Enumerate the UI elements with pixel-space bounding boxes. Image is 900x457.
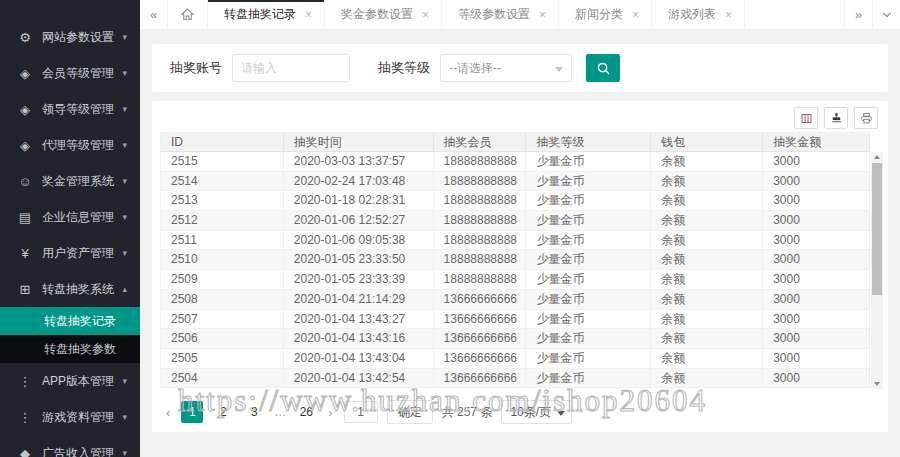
scroll-up-arrow[interactable]: [871, 152, 883, 162]
tabbar-spacer: [745, 0, 844, 29]
close-icon[interactable]: ×: [422, 9, 429, 21]
sidebar-item-lottery-params[interactable]: 转盘抽奖参数: [0, 335, 140, 363]
tab-label: 游戏列表: [668, 6, 716, 23]
page-number-2[interactable]: 2: [212, 401, 234, 423]
sidebar-item-game-data[interactable]: ⋮ 游戏资料管理 ▾: [0, 399, 140, 435]
table-row: 25132020-01-18 02:28:3118888888888少量金币余额…: [161, 191, 870, 211]
sidebar-item-agent-level[interactable]: ◈ 代理等级管理 ▾: [0, 127, 140, 163]
print-button[interactable]: [854, 107, 878, 129]
component-icon: ⊞: [17, 282, 33, 297]
dots-vertical-icon: ⋮: [17, 410, 33, 425]
close-icon[interactable]: ×: [305, 9, 312, 21]
sidebar-item-label: 企业信息管理: [42, 209, 118, 226]
sidebar-item-company-info[interactable]: ▤ 企业信息管理 ▾: [0, 199, 140, 235]
chevron-down-icon: ▾: [122, 212, 127, 222]
next-page-button[interactable]: ›: [326, 405, 334, 420]
page-jump-input[interactable]: [344, 401, 378, 423]
column-header: 钱包: [651, 133, 763, 152]
tab-label: 新闻分类: [575, 6, 623, 23]
table-body: 25152020-03-03 13:37:5718888888888少量金币余额…: [160, 152, 870, 388]
tab-level-params[interactable]: 等级参数设置 ×: [442, 0, 559, 29]
sidebar: ⚙ 网站参数设置 ▾ ◈ 会员等级管理 ▾ ◈ 领导等级管理 ▾ ◈ 代理等级管…: [0, 0, 140, 457]
sidebar-item-user-assets[interactable]: ¥ 用户资产管理 ▾: [0, 235, 140, 271]
tab-game-list[interactable]: 游戏列表 ×: [652, 0, 745, 29]
page-ellipsis: …: [274, 405, 286, 419]
table-row: 25122020-01-06 12:52:2718888888888少量金币余额…: [161, 211, 870, 231]
page-jump-confirm-button[interactable]: 确定: [387, 400, 433, 424]
chevron-down-icon: [881, 9, 893, 21]
column-header: 抽奖时间: [284, 133, 434, 152]
chevron-down-icon: [557, 411, 565, 416]
diamond-icon: ◈: [17, 66, 33, 81]
account-label: 抽奖账号: [170, 59, 222, 77]
table-row: 25102020-01-05 23:33:5018888888888少量金币余额…: [161, 250, 870, 270]
table-scrollbar[interactable]: [871, 152, 883, 389]
page-number-1[interactable]: 1: [181, 401, 203, 423]
page-size-value: 10条/页: [510, 404, 551, 421]
sidebar-item-label: 会员等级管理: [42, 65, 118, 82]
tab-label: 奖金参数设置: [341, 6, 413, 23]
sidebar-item-lottery-records[interactable]: 转盘抽奖记录: [0, 307, 140, 335]
sidebar-item-label: 转盘抽奖系统: [42, 281, 118, 298]
chevron-down-icon: ▾: [122, 32, 127, 42]
close-icon[interactable]: ×: [725, 9, 732, 21]
tab-bonus-params[interactable]: 奖金参数设置 ×: [325, 0, 442, 29]
expand-tabs-button[interactable]: »: [844, 0, 872, 29]
sidebar-item-lottery-system[interactable]: ⊞ 转盘抽奖系统 ▴: [0, 271, 140, 307]
table-row: 25112020-01-06 09:05:3818888888888少量金币余额…: [161, 231, 870, 251]
level-label: 抽奖等级: [378, 59, 430, 77]
table-row: 25142020-02-24 17:03:4818888888888少量金币余额…: [161, 172, 870, 192]
account-input[interactable]: [232, 54, 350, 82]
dots-vertical-icon: ⋮: [17, 374, 33, 389]
table-row: 25152020-03-03 13:37:5718888888888少量金币余额…: [161, 152, 870, 172]
diamond-icon: ◈: [17, 102, 33, 117]
sidebar-item-site-params[interactable]: ⚙ 网站参数设置 ▾: [0, 19, 140, 55]
chevron-down-icon: ▾: [122, 412, 127, 422]
sidebar-item-label: 网站参数设置: [42, 29, 118, 46]
sidebar-item-label: 广告收入管理: [42, 445, 118, 457]
pagination: ‹ 1 2 3 … 26 › 确定 共 257 条 10条/页: [160, 400, 884, 424]
export-button[interactable]: [824, 107, 848, 129]
sidebar-item-leader-level[interactable]: ◈ 领导等级管理 ▾: [0, 91, 140, 127]
sidebar-item-ad-income[interactable]: ◆ 广告收入管理 ▾: [0, 435, 140, 457]
column-header: 抽奖会员: [434, 133, 527, 152]
page-number-3[interactable]: 3: [243, 401, 265, 423]
scroll-down-arrow[interactable]: [871, 379, 883, 389]
admin-app: ⚙ 网站参数设置 ▾ ◈ 会员等级管理 ▾ ◈ 领导等级管理 ▾ ◈ 代理等级管…: [0, 0, 900, 457]
sidebar-item-bonus-system[interactable]: ☺ 奖金管理系统 ▾: [0, 163, 140, 199]
tab-news-category[interactable]: 新闻分类 ×: [559, 0, 652, 29]
sidebar-item-app-version[interactable]: ⋮ APP版本管理 ▾: [0, 363, 140, 399]
diamond-icon: ◈: [17, 138, 33, 153]
scrollbar-thumb[interactable]: [872, 163, 882, 295]
home-tab[interactable]: [168, 0, 208, 29]
table-toolbar: [160, 107, 884, 129]
total-count-label: 共 257 条: [442, 404, 493, 421]
chevron-up-icon: ▴: [122, 284, 127, 294]
collapse-tabs-button[interactable]: «: [140, 0, 168, 29]
search-button[interactable]: [586, 54, 620, 82]
page-number-last[interactable]: 26: [295, 401, 317, 423]
table-row: 25092020-01-05 23:33:3918888888888少量金币余额…: [161, 270, 870, 290]
search-form: 抽奖账号 抽奖等级 --请选择--: [152, 44, 888, 92]
table-row: 25052020-01-04 13:43:0413666666666少量金币余额…: [161, 349, 870, 369]
tab-label: 转盘抽奖记录: [224, 6, 296, 23]
table-row: 25042020-01-04 13:42:5413666666666少量金币余额…: [161, 369, 870, 389]
prev-page-button[interactable]: ‹: [164, 405, 172, 420]
page-content: 抽奖账号 抽奖等级 --请选择--: [140, 30, 900, 457]
table-header: ID 抽奖时间 抽奖会员 抽奖等级 钱包 抽奖金额: [160, 132, 870, 152]
smile-icon: ☺: [17, 174, 33, 189]
tab-menu-button[interactable]: [872, 0, 900, 29]
print-icon: [860, 112, 873, 125]
speaker-icon: ◆: [17, 446, 33, 457]
table-row: 25082020-01-04 21:14:2913666666666少量金币余额…: [161, 290, 870, 310]
sidebar-item-member-level[interactable]: ◈ 会员等级管理 ▾: [0, 55, 140, 91]
column-header: 抽奖等级: [526, 133, 651, 152]
level-select[interactable]: --请选择--: [440, 54, 572, 82]
close-icon[interactable]: ×: [632, 9, 639, 21]
chevron-down-icon: [555, 67, 563, 72]
sidebar-item-label: 代理等级管理: [42, 137, 118, 154]
close-icon[interactable]: ×: [539, 9, 546, 21]
page-size-select[interactable]: 10条/页: [501, 400, 572, 424]
filter-columns-button[interactable]: [794, 107, 818, 129]
tab-lottery-records[interactable]: 转盘抽奖记录 ×: [208, 0, 325, 29]
